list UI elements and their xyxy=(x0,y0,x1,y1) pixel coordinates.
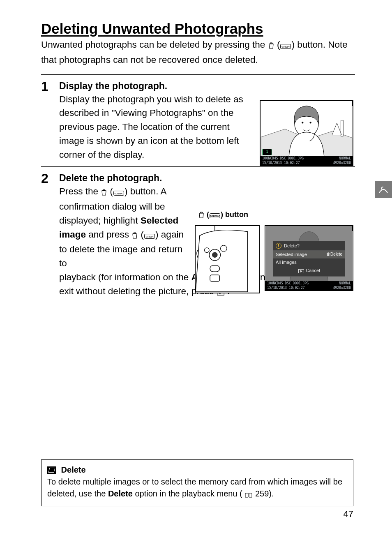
dialog-cancel-label: Cancel xyxy=(306,268,320,273)
txt: button xyxy=(223,210,248,219)
txt: option in the playback menu ( xyxy=(135,489,242,498)
playback-icon xyxy=(298,269,304,274)
step-title: Display the photograph. xyxy=(59,81,355,92)
file-date: 15/10/2013 10:02:27 xyxy=(267,286,309,290)
trash-icon xyxy=(101,186,107,200)
delete-dialog: Delete? Selected image 🗑Delete All image… xyxy=(273,241,345,277)
dimensions: 4928x3280 xyxy=(333,286,351,290)
dialog-cancel[interactable]: Cancel xyxy=(273,266,345,276)
format-icon: FORMAT xyxy=(113,186,124,200)
step-number: 2 xyxy=(41,171,56,299)
step-text: Display the photograph you wish to delet… xyxy=(59,92,256,162)
step-title: Delete the photograph. xyxy=(59,173,355,184)
trash-icon xyxy=(132,229,138,243)
dimensions: 4928x3280 xyxy=(333,161,351,165)
svg-point-19 xyxy=(220,245,227,252)
step-text: Press the ( FORMAT ) button. A confirmat… xyxy=(59,185,187,270)
svg-point-10 xyxy=(310,122,311,123)
file-name: 100NCD4S DSC_0001.JPG xyxy=(267,281,309,286)
dialog-row-all-images[interactable]: All images xyxy=(273,258,345,266)
dialog-row-label: Selected image xyxy=(276,252,307,257)
thumb-tab-icon xyxy=(375,181,392,198)
txt: Press the xyxy=(59,186,101,196)
intro-a: Unwanted photographs can be deleted by p… xyxy=(41,39,268,50)
step-number: 1 xyxy=(41,79,56,162)
svg-rect-16 xyxy=(210,265,219,272)
svg-text:FORMAT: FORMAT xyxy=(210,215,220,217)
svg-text:FORMAT: FORMAT xyxy=(145,235,155,238)
file-date: 15/10/2013 10:02:27 xyxy=(262,161,304,165)
format-icon: FORMAT xyxy=(280,39,291,53)
dialog-row-selected-image[interactable]: Selected image 🗑Delete xyxy=(273,250,345,258)
note-box: Delete To delete multiple images or to s… xyxy=(41,459,353,506)
svg-point-9 xyxy=(302,122,303,123)
delete-bold: Delete xyxy=(108,489,133,498)
camera-body-diagram xyxy=(195,225,260,293)
photo-illustration xyxy=(261,101,353,156)
dialog-title: Delete? xyxy=(273,241,345,250)
note-title: Delete xyxy=(61,464,86,476)
svg-point-15 xyxy=(212,252,218,258)
trash-icon xyxy=(268,39,274,53)
txt: playback (for information on the xyxy=(59,272,191,282)
note-body: To delete multiple images or to select t… xyxy=(47,476,347,501)
svg-rect-17 xyxy=(210,275,219,282)
svg-point-18 xyxy=(204,248,209,253)
intro-text: Unwanted photographs can be deleted by p… xyxy=(41,38,355,67)
quality: NORMAL xyxy=(333,156,351,161)
note-icon xyxy=(47,466,56,474)
divider xyxy=(41,74,355,75)
camera-lcd-preview-1: 1/12 1 100NCD4S DSC_0001.JPG 15/10/2013 … xyxy=(260,100,353,166)
svg-text:FORMAT: FORMAT xyxy=(114,192,124,195)
page-number: 47 xyxy=(344,509,353,519)
txt: 259). xyxy=(255,489,274,498)
lcd-footer: 100NCD4S DSC_0001.JPG 15/10/2013 10:02:2… xyxy=(265,281,353,290)
dialog-row-action: 🗑Delete xyxy=(326,252,342,257)
trash-icon xyxy=(198,212,204,220)
camera-lcd-preview-2: 1/12 Delete? Selected image 🗑Delete All … xyxy=(265,225,353,291)
file-name: 100NCD4S DSC_0001.JPG xyxy=(262,156,304,161)
format-icon: FORMAT xyxy=(210,212,220,220)
dialog-row-label: All images xyxy=(276,260,297,265)
txt: and press xyxy=(88,229,131,240)
delete-button-label: ( FORMAT ) button xyxy=(198,210,248,220)
page-title: Deleting Unwanted Photographs xyxy=(41,21,355,37)
lcd-footer: 100NCD4S DSC_0001.JPG 15/10/2013 10:02:2… xyxy=(261,156,353,165)
divider xyxy=(41,166,355,167)
svg-text:FORMAT: FORMAT xyxy=(281,46,291,48)
book-icon xyxy=(245,489,252,501)
format-icon: FORMAT xyxy=(144,229,155,243)
slot-badge: 1 xyxy=(262,149,272,155)
quality: NORMAL xyxy=(333,281,351,286)
